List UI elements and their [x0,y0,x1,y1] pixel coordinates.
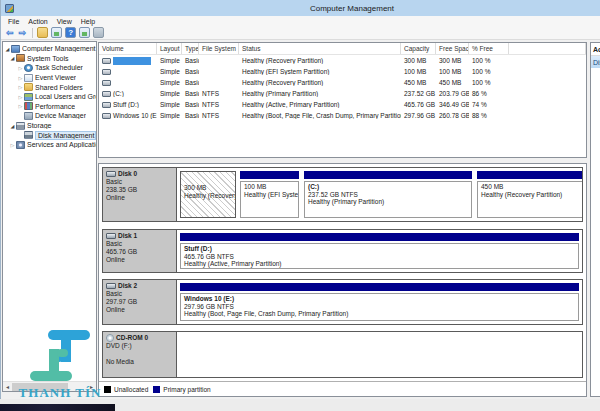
disk-management-icon [24,131,33,139]
partition-legend: Unallocated Primary partition [99,381,586,396]
toolbar-separator [32,28,33,38]
primary-partition-bar [180,283,579,291]
drive-icon [102,58,111,64]
tree-item-services-applications[interactable]: Services and Applications [3,140,96,150]
collapse-arrow-icon[interactable] [17,65,24,71]
column-header-type[interactable]: Type [182,43,199,54]
partition-recovery-300mb[interactable]: 300 MB Healthy (Recovery Partitio [180,171,236,218]
toolbar: ⇦ ⇨ ? [1,26,600,40]
actions-panel-title: Actions [591,43,600,56]
task-scheduler-icon [24,64,33,72]
event-viewer-icon [24,74,33,82]
expand-arrow-icon[interactable] [9,55,16,61]
forward-arrow-icon[interactable]: ⇨ [19,28,27,38]
volume-row[interactable]: Stuff (D:) Simple Basic NTFS Healthy (Ac… [99,99,586,110]
volume-row[interactable]: Simple Basic Healthy (Recovery Partition… [99,55,586,66]
partition-windows-10-e[interactable]: Windows 10 (E:) 297.96 GB NTFS Healthy (… [179,282,580,322]
collapse-arrow-icon[interactable] [9,142,16,148]
menu-bar: File Action View Help [1,16,600,26]
expand-arrow-icon[interactable] [9,123,16,129]
tree-item-computer-management[interactable]: Computer Management (Local [3,44,96,54]
tree-item-performance[interactable]: Performance [3,102,96,112]
column-header-volume[interactable]: Volume [99,43,157,54]
collapse-arrow-icon[interactable] [17,75,24,81]
expand-arrow-icon[interactable] [4,46,11,52]
partition-c-drive[interactable]: (C:) 237.52 GB NTFS Healthy (Primary Par… [303,170,473,219]
primary-partition-bar [240,171,299,179]
volume-row[interactable]: Windows 10 (E:) Simple Basic NTFS Health… [99,110,586,121]
collapse-arrow-icon[interactable] [17,94,24,100]
tree-item-device-manager[interactable]: Device Manager [3,111,96,121]
menu-view[interactable]: View [57,18,72,25]
volume-row[interactable]: Simple Basic Healthy (EFI System Partiti… [99,66,586,77]
menu-action[interactable]: Action [28,18,47,25]
volume-row[interactable]: (C:) Simple Basic NTFS Healthy (Primary … [99,88,586,99]
thanh-tin-logo-icon [28,329,92,383]
disk-2-row: Disk 2 Basic 297.97 GB Online Windows 10… [102,279,583,325]
disk-1-partitions: Stuff (D:) 465.76 GB NTFS Healthy (Activ… [177,230,582,272]
partition-recovery-450mb[interactable]: 450 MB Healthy (Recovery Partition) [476,170,582,219]
disk-icon [106,171,116,177]
watermark-text: THANH TÍN [4,385,116,401]
drive-icon [102,102,111,108]
volume-list-header: Volume Layout Type File System Status Ca… [99,43,586,55]
collapse-arrow-icon[interactable] [17,84,24,90]
column-header-layout[interactable]: Layout [157,43,182,54]
partition-efi-100mb[interactable]: 100 MB Healthy (EFI System [239,170,300,219]
action-icon[interactable] [93,27,104,38]
console-window-icon[interactable] [79,27,90,38]
show-console-tree-icon[interactable] [37,27,48,38]
legend-primary-partition-label: Primary partition [163,386,210,393]
tree-item-task-scheduler[interactable]: Task Scheduler [3,63,96,73]
tree-item-system-tools[interactable]: System Tools [3,54,96,64]
tree-item-storage[interactable]: Storage [3,121,96,131]
drive-icon [102,69,111,75]
tree-item-disk-management[interactable]: Disk Management [3,130,96,140]
help-icon[interactable]: ? [65,27,76,38]
disk-0-row: Disk 0 Basic 238.35 GB Online 300 MB Hea… [102,167,583,222]
properties-window-icon[interactable] [51,27,62,38]
column-header-status[interactable]: Status [239,43,401,54]
actions-panel: Actions Disk Management [590,42,600,397]
column-header-free-space[interactable]: Free Space [436,43,469,54]
drive-icon [102,113,111,119]
device-manager-icon [24,112,33,120]
disk-2-info[interactable]: Disk 2 Basic 297.97 GB Online [103,280,177,324]
primary-partition-bar [180,233,579,241]
actions-disk-management-item[interactable]: Disk Management [591,56,600,68]
volume-row[interactable]: Simple Basic Healthy (Recovery Partition… [99,77,586,88]
shared-folders-icon [24,83,33,91]
drive-icon [102,80,111,86]
disk-1-row: Disk 1 Basic 465.76 GB Online Stuff (D:)… [102,229,583,273]
title-bar: Computer Management [1,0,600,16]
column-header-capacity[interactable]: Capacity [401,43,436,54]
column-header-file-system[interactable]: File System [199,43,239,54]
back-arrow-icon[interactable]: ⇦ [6,28,14,38]
collapse-arrow-icon[interactable] [17,103,24,109]
tree-item-local-users-groups[interactable]: Local Users and Groups [3,92,96,102]
volume-name-highlight [113,57,151,65]
app-icon [5,4,14,13]
disk-1-info[interactable]: Disk 1 Basic 465.76 GB Online [103,230,177,272]
disk-icon [106,283,116,289]
disk-0-info[interactable]: Disk 0 Basic 238.35 GB Online [103,168,177,221]
local-users-groups-icon [24,93,33,101]
partition-stuff-d[interactable]: Stuff (D:) 465.76 GB NTFS Healthy (Activ… [179,232,580,270]
tree-item-event-viewer[interactable]: Event Viewer [3,73,96,83]
legend-unallocated-label: Unallocated [114,386,148,393]
column-header-pct-free[interactable]: % Free [469,43,509,54]
computer-icon [11,45,20,53]
storage-icon [16,122,25,130]
menu-help[interactable]: Help [81,18,95,25]
column-header-filler [509,43,586,54]
cdrom-media-area [177,332,582,377]
disk-0-partitions: 300 MB Healthy (Recovery Partitio 100 MB… [177,168,582,221]
disk-icon [106,233,116,239]
menu-file[interactable]: File [8,18,19,25]
performance-icon [24,102,33,110]
drive-icon [102,91,111,97]
disk-graphical-panel: Disk 0 Basic 238.35 GB Online 300 MB Hea… [98,163,587,397]
cdrom-row: CD-ROM 0 DVD (F:) No Media [102,331,583,378]
tree-item-shared-folders[interactable]: Shared Folders [3,82,96,92]
primary-partition-swatch [153,386,160,393]
